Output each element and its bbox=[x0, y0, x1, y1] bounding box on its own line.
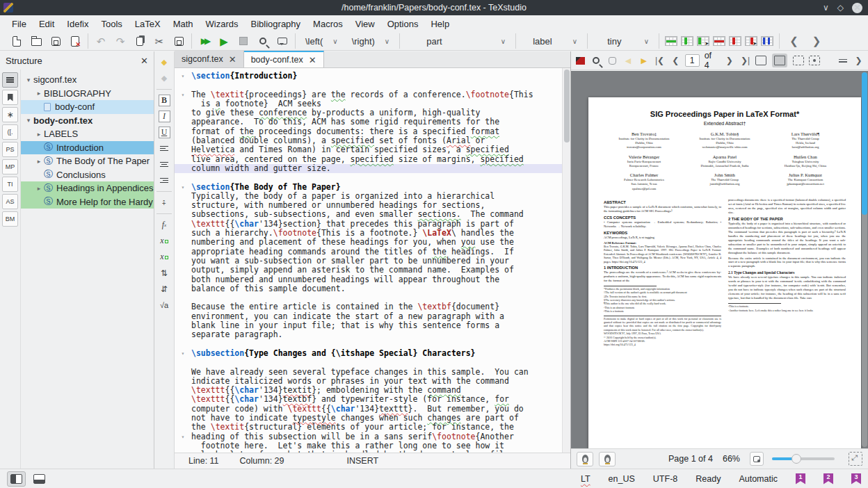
structure-item-the-body-of-the-paper[interactable]: ▸ⓈThe Body of The Paper bbox=[21, 154, 154, 168]
undo-button[interactable]: ↶ bbox=[94, 34, 108, 48]
menu-idefix[interactable]: Idefix bbox=[61, 17, 95, 31]
paste-column-icon[interactable] bbox=[697, 36, 709, 46]
pan-tool-icon[interactable] bbox=[606, 54, 619, 67]
zoom-original-button[interactable] bbox=[750, 452, 764, 466]
code-line[interactable]: numbering and placement of these heading… bbox=[175, 238, 570, 247]
ti-icon[interactable]: TI bbox=[2, 177, 18, 192]
fullscreen-icon[interactable] bbox=[849, 452, 862, 466]
code-line[interactable]: the \textit{structural} elements of your… bbox=[175, 423, 570, 432]
bookmarks-icon[interactable] bbox=[2, 90, 18, 105]
structure-item-introduction[interactable]: ⓈIntroduction bbox=[21, 141, 154, 155]
code-line[interactable]: indicate italicized words or phrases in … bbox=[175, 377, 570, 386]
code-line[interactable] bbox=[175, 340, 570, 349]
magnifier-tool-button-2[interactable] bbox=[599, 452, 616, 466]
code-line[interactable]: environment, you can indicate the start … bbox=[175, 312, 570, 321]
code-line[interactable] bbox=[175, 293, 570, 302]
code-line[interactable]: balance of this sample document. bbox=[175, 284, 570, 293]
structure-item-conclusions[interactable]: ⓈConclusions bbox=[21, 168, 154, 182]
code-line[interactable]: is a footnote} ACM seeks bbox=[175, 99, 570, 108]
code-line[interactable]: ▾\section{The Body of The Paper} bbox=[175, 183, 570, 192]
comment-button[interactable] bbox=[275, 34, 289, 48]
code-line[interactable]: not have to indicate typestyle changes w… bbox=[175, 414, 570, 423]
open-button[interactable] bbox=[29, 34, 43, 48]
page-number-input[interactable]: 1 bbox=[685, 54, 700, 67]
menu-view[interactable]: View bbox=[349, 17, 381, 31]
menu-bibliography[interactable]: Bibliography bbox=[245, 17, 307, 31]
menu-latex[interactable]: LaTeX bbox=[129, 17, 167, 31]
pdf-menu-icon[interactable] bbox=[836, 54, 849, 67]
right-delimiter-dropdown[interactable]: \right)∨ bbox=[348, 33, 394, 49]
code-line[interactable]: live area, centered on the page, specifi… bbox=[175, 155, 570, 164]
fold-marker-icon[interactable]: ▾ bbox=[175, 432, 191, 441]
superscript-icon[interactable]: x bbox=[157, 250, 171, 263]
left-delimiter-dropdown[interactable]: \left(∨ bbox=[301, 33, 342, 49]
code-line[interactable]: \texttt{{\char'134}section} that precede… bbox=[175, 220, 570, 229]
expand-panel-icon[interactable]: ❯ bbox=[852, 54, 865, 67]
stop-button[interactable] bbox=[236, 34, 250, 48]
menu-help[interactable]: Help bbox=[424, 17, 456, 31]
code-line[interactable]: to give these conference by-products a u… bbox=[175, 108, 570, 117]
frac-icon[interactable]: ⇅ bbox=[157, 266, 171, 279]
font-size-dropdown[interactable]: tiny∨ bbox=[593, 33, 653, 49]
minimize-icon[interactable]: ∨ bbox=[823, 2, 829, 13]
last-page-button[interactable]: ❯| bbox=[739, 54, 752, 67]
structure-item-more-help-for-the-hardy[interactable]: ⓈMore Help for the Hardy bbox=[21, 195, 154, 209]
code-line[interactable]: both numbered and unnumbered headings wi… bbox=[175, 275, 570, 284]
structure-list-icon[interactable] bbox=[2, 72, 18, 88]
code-line[interactable] bbox=[175, 173, 570, 182]
align-left-icon[interactable] bbox=[157, 142, 171, 155]
previous-page-button[interactable]: ❮ bbox=[669, 54, 682, 67]
encoding-indicator[interactable]: UTF-8 bbox=[653, 474, 677, 484]
code-line[interactable]: you want a sub-subsection or smaller par… bbox=[175, 257, 570, 266]
menu-math[interactable]: Math bbox=[167, 17, 200, 31]
first-page-button[interactable]: |❮ bbox=[653, 54, 666, 67]
redo-button[interactable]: ↷ bbox=[113, 34, 127, 48]
save-button[interactable] bbox=[49, 34, 63, 48]
code-line[interactable]: ▾The \textit{proceedings} are the record… bbox=[175, 90, 570, 99]
new-file-button[interactable] bbox=[10, 34, 24, 48]
chevron-right-icon[interactable]: ▸ bbox=[34, 185, 44, 192]
forward-arrow-icon[interactable]: ▶ bbox=[637, 54, 650, 67]
languagetool-indicator[interactable]: LT bbox=[581, 474, 590, 484]
tab-sigconf-tex[interactable]: sigconf.tex✕ bbox=[175, 51, 244, 67]
next-page-button[interactable]: ❯ bbox=[723, 54, 736, 67]
bookmark-2-icon[interactable]: 2 bbox=[823, 473, 833, 485]
pdf-search-button[interactable] bbox=[590, 54, 603, 67]
pdf-scrollbar-thumb[interactable] bbox=[862, 72, 867, 215]
chevron-right-icon[interactable]: ▸ bbox=[34, 90, 44, 97]
add-row-icon[interactable] bbox=[665, 36, 677, 46]
code-line[interactable]: Helvetica and Times Roman) in certain sp… bbox=[175, 145, 570, 154]
menu-file[interactable]: File bbox=[6, 17, 33, 31]
ps-icon[interactable]: PS bbox=[2, 142, 18, 157]
code-line[interactable]: ▾\section{Introduction} bbox=[175, 72, 570, 81]
code-line[interactable]: We have already seen several typeface ch… bbox=[175, 368, 570, 377]
structure-item-headings-in-appendices[interactable]: ▸ⓈHeadings in Appendices bbox=[21, 181, 154, 195]
structure-item-sigconf-tex[interactable]: ▾sigconf.tex bbox=[21, 73, 154, 87]
pdf-document-icon[interactable] bbox=[574, 54, 587, 67]
italic-button[interactable]: I bbox=[157, 110, 171, 123]
bookmark-1-icon[interactable]: 1 bbox=[796, 473, 805, 485]
magnifier-tool-button[interactable] bbox=[577, 452, 593, 466]
chevron-down-icon[interactable]: ▾ bbox=[24, 117, 33, 124]
back-arrow-icon[interactable]: ◀ bbox=[621, 54, 634, 67]
fit-page-button[interactable] bbox=[773, 54, 787, 67]
slider-knob[interactable] bbox=[791, 454, 801, 464]
pdf-scrollbar[interactable] bbox=[862, 72, 867, 447]
bm-icon[interactable]: BM bbox=[2, 211, 18, 227]
magnify-mode-button[interactable] bbox=[807, 54, 821, 67]
structure-item-labels[interactable]: ▸LABELS bbox=[21, 127, 154, 141]
structure-item-bibliography[interactable]: ▸BIBLIOGRAPHY bbox=[21, 87, 154, 101]
cut-column-icon[interactable] bbox=[745, 36, 757, 46]
code-line[interactable]: appearance. To do this, ACM has some rig… bbox=[175, 117, 570, 127]
menu-macros[interactable]: Macros bbox=[307, 17, 349, 31]
code-line[interactable]: blank line in your input file; that is w… bbox=[175, 321, 570, 330]
view-pdf-button[interactable] bbox=[256, 34, 270, 48]
reference-dropdown[interactable]: label∨ bbox=[522, 33, 581, 49]
compile-mode-indicator[interactable]: Automatic bbox=[739, 474, 778, 484]
close-document-button[interactable]: ✕ bbox=[68, 34, 82, 48]
code-line[interactable]: \texttt{{\char'134}textbf} and typewrite… bbox=[175, 395, 570, 404]
code-line[interactable]: ▾heading of this subsection will be in a… bbox=[175, 432, 570, 441]
menu-options[interactable]: Options bbox=[381, 17, 425, 31]
code-line[interactable]: ▾\subsection{Type Changes and {\itshape … bbox=[175, 349, 570, 358]
overline-dot-icon[interactable]: ⨣ bbox=[157, 196, 171, 209]
